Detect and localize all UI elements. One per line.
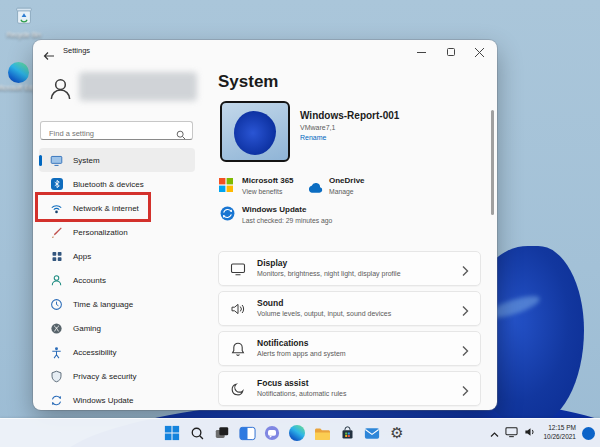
privacy-security-icon xyxy=(50,370,63,383)
taskbar-clock[interactable]: 12:15 PM 10/26/2021 xyxy=(543,424,576,442)
device-thumbnail xyxy=(220,101,290,162)
microsoft-store-icon[interactable] xyxy=(338,424,356,442)
time-language-icon xyxy=(50,298,63,311)
sidebar-item-accounts[interactable]: Accounts xyxy=(39,268,195,292)
settings-window: Settings xyxy=(33,40,497,410)
taskbar-tray: 12:15 PM 10/26/2021 xyxy=(490,419,595,447)
sidebar-item-windows-update[interactable]: Windows Update xyxy=(39,388,195,410)
edge-browser-icon[interactable] xyxy=(288,424,306,442)
chat-icon[interactable] xyxy=(263,424,281,442)
network-icon xyxy=(50,202,63,215)
window-controls xyxy=(407,42,494,62)
sidebar-item-time-language[interactable]: Time & language xyxy=(39,292,195,316)
apps-icon xyxy=(50,250,63,263)
sound-icon xyxy=(230,301,246,321)
desktop-icon-recycle-bin[interactable]: Recycle Bin xyxy=(0,4,48,38)
rename-link[interactable]: Rename xyxy=(300,134,326,141)
sidebar-nav: System Bluetooth & devices Network & int… xyxy=(39,148,195,410)
search-icon xyxy=(176,126,186,144)
back-button[interactable] xyxy=(43,47,59,59)
task-view-icon[interactable] xyxy=(213,424,231,442)
windows-update-status: Last checked: 29 minutes ago xyxy=(242,217,332,224)
sidebar-item-privacy-security[interactable]: Privacy & security xyxy=(39,364,195,388)
clock-time: 12:15 PM xyxy=(543,424,576,433)
notifications-icon xyxy=(230,341,246,361)
clock-date: 10/26/2021 xyxy=(543,433,576,442)
microsoft-365-title: Microsoft 365 xyxy=(242,176,294,185)
desktop-icon-label: Recycle Bin xyxy=(7,31,41,38)
sidebar-item-network-internet[interactable]: Network & internet xyxy=(39,196,195,220)
user-name-redacted xyxy=(79,72,197,101)
desktop: Recycle Bin Microsoft Edge Settings xyxy=(0,0,600,447)
card-focus-assist[interactable]: Focus assist Notifications, automatic ru… xyxy=(218,371,481,406)
taskbar-center-icons: ⚙ xyxy=(163,419,406,447)
sidebar-item-gaming[interactable]: Gaming xyxy=(39,316,195,340)
volume-icon[interactable] xyxy=(524,424,537,442)
search-input[interactable] xyxy=(41,125,192,142)
window-title: Settings xyxy=(63,46,90,55)
onedrive-title: OneDrive xyxy=(329,176,365,185)
start-button[interactable] xyxy=(163,424,181,442)
display-icon xyxy=(230,261,246,281)
view-benefits-link[interactable]: View benefits xyxy=(242,188,282,195)
settings-gear-icon[interactable]: ⚙ xyxy=(388,424,406,442)
gaming-icon xyxy=(50,322,63,335)
scrollbar[interactable] xyxy=(491,110,494,215)
settings-search xyxy=(40,121,193,140)
accessibility-icon xyxy=(50,346,63,359)
windows-update-status-icon xyxy=(220,206,235,225)
chevron-right-icon xyxy=(461,383,469,401)
mail-icon[interactable] xyxy=(363,424,381,442)
taskbar-search-icon[interactable] xyxy=(188,424,206,442)
microsoft-365-icon xyxy=(219,178,233,196)
accounts-icon xyxy=(50,274,63,287)
onedrive-icon xyxy=(307,180,324,198)
edge-icon xyxy=(8,62,29,83)
sidebar-item-bluetooth-devices[interactable]: Bluetooth & devices xyxy=(39,172,195,196)
device-name: Windows-Report-001 xyxy=(300,110,399,121)
taskbar: ⚙ 12:15 PM 10/26/2021 xyxy=(0,418,600,447)
focus-assist-icon xyxy=(230,381,246,401)
card-sound[interactable]: Sound Volume levels, output, input, soun… xyxy=(218,291,481,326)
device-model: VMware7,1 xyxy=(300,124,335,131)
user-avatar-icon[interactable] xyxy=(47,75,74,106)
sidebar-item-apps[interactable]: Apps xyxy=(39,244,195,268)
network-icon-tray[interactable] xyxy=(505,424,518,442)
card-notifications[interactable]: Notifications Alerts from apps and syste… xyxy=(218,331,481,366)
device-thumbnail-bloom xyxy=(234,111,276,155)
sidebar-item-system[interactable]: System xyxy=(39,148,195,172)
file-explorer-icon[interactable] xyxy=(313,424,331,442)
onedrive-manage-link[interactable]: Manage xyxy=(329,188,354,195)
card-display[interactable]: Display Monitors, brightness, night ligh… xyxy=(218,251,481,286)
chevron-right-icon xyxy=(461,303,469,321)
minimize-button[interactable] xyxy=(407,42,436,62)
windows-update-title: Windows Update xyxy=(242,205,306,214)
close-button[interactable] xyxy=(465,42,494,62)
chevron-right-icon xyxy=(461,263,469,281)
personalization-icon xyxy=(50,226,63,239)
widgets-icon[interactable] xyxy=(238,424,256,442)
tray-chevron-up-icon[interactable] xyxy=(490,424,499,442)
chevron-right-icon xyxy=(461,343,469,361)
sidebar-item-accessibility[interactable]: Accessibility xyxy=(39,340,195,364)
notification-badge[interactable] xyxy=(582,427,595,440)
page-title: System xyxy=(218,72,278,92)
recycle-bin-icon xyxy=(13,4,35,30)
system-icon xyxy=(50,154,63,167)
bluetooth-icon xyxy=(50,178,63,191)
windows-update-icon xyxy=(50,394,63,407)
sidebar-item-personalization[interactable]: Personalization xyxy=(39,220,195,244)
maximize-button[interactable] xyxy=(436,42,465,62)
